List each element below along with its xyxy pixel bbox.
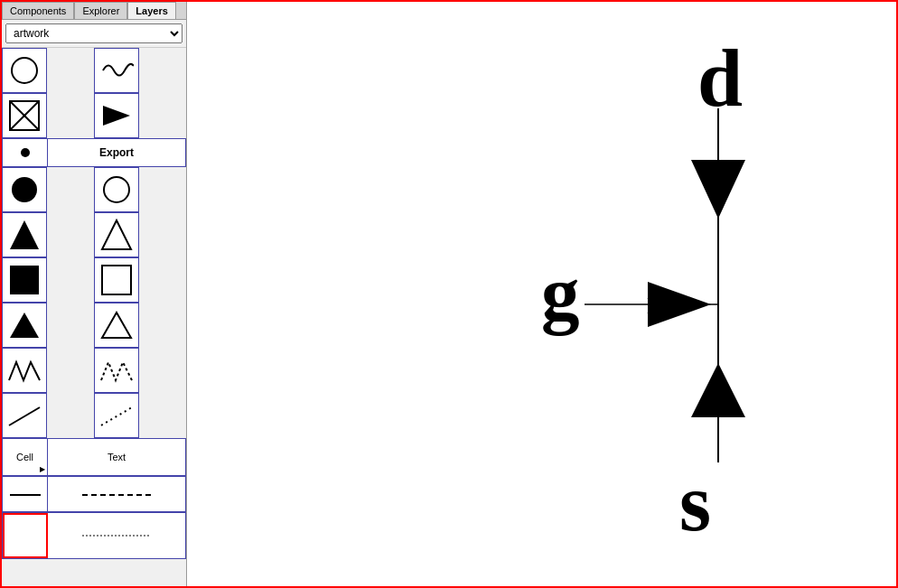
shape-cross-box[interactable] <box>2 93 47 138</box>
shape-outline-triangle2[interactable] <box>94 303 139 348</box>
label-g: g <box>541 251 580 336</box>
shape-zigzag-dashed[interactable] <box>94 348 139 393</box>
shape-filled-triangle[interactable] <box>2 212 47 257</box>
shape-filled-arrow[interactable] <box>94 93 139 138</box>
tabs-bar: Components Explorer Layers <box>2 2 186 20</box>
export-row: Export <box>2 138 186 167</box>
svg-marker-4 <box>103 106 130 126</box>
tab-components[interactable]: Components <box>2 2 74 19</box>
shapes-row-1 <box>2 48 186 93</box>
shapes-row-7 <box>2 348 186 393</box>
shape-line-dotted[interactable] <box>94 393 139 438</box>
left-panel: Components Explorer Layers artwork <box>2 2 187 586</box>
svg-marker-13 <box>102 313 131 338</box>
dropdown-row: artwork <box>2 20 186 48</box>
bottom-cells <box>2 512 186 559</box>
svg-rect-11 <box>102 266 131 294</box>
line-row-1 <box>2 476 186 512</box>
svg-line-15 <box>101 407 132 425</box>
shapes-row-5 <box>2 257 186 303</box>
app-container: Components Explorer Layers artwork <box>2 2 896 586</box>
export-button[interactable]: Export <box>48 139 185 166</box>
shape-filled-square[interactable] <box>2 257 47 303</box>
svg-marker-23 <box>648 282 711 327</box>
label-s: s <box>679 458 711 535</box>
shapes-row-2 <box>2 93 186 138</box>
svg-rect-10 <box>10 266 39 294</box>
svg-marker-9 <box>102 220 131 249</box>
svg-marker-20 <box>691 160 745 219</box>
svg-marker-8 <box>10 220 39 249</box>
canvas-area: d g s <box>187 2 896 586</box>
cell-button[interactable]: Cell ▶ <box>3 439 48 475</box>
svg-marker-21 <box>691 363 745 417</box>
cell-text-row: Cell ▶ Text <box>2 438 186 476</box>
shapes-row-3 <box>2 167 186 212</box>
shape-line-h-solid[interactable] <box>3 477 48 513</box>
tab-layers[interactable]: Layers <box>127 2 175 19</box>
shape-filled-triangle2[interactable] <box>2 303 47 348</box>
shape-dotted-line[interactable] <box>48 513 185 558</box>
tab-explorer[interactable]: Explorer <box>74 2 127 19</box>
shape-outline-triangle[interactable] <box>94 212 139 257</box>
shapes-area: Export <box>2 48 186 586</box>
circuit-symbol: d g s <box>494 29 856 535</box>
artwork-dropdown[interactable]: artwork <box>5 23 182 43</box>
shape-circle-outline[interactable] <box>2 48 47 93</box>
shape-line-h-dashed[interactable] <box>48 477 185 513</box>
cell-arrow-icon: ▶ <box>40 465 45 473</box>
shape-zigzag-solid[interactable] <box>2 348 47 393</box>
svg-point-5 <box>21 148 30 157</box>
shapes-row-8 <box>2 393 186 438</box>
shapes-row-6 <box>2 303 186 348</box>
label-d: d <box>697 33 743 123</box>
svg-point-6 <box>12 177 37 202</box>
svg-line-14 <box>9 407 40 425</box>
shape-wave[interactable] <box>94 48 139 93</box>
shape-empty-circle[interactable] <box>94 167 139 212</box>
svg-point-7 <box>104 177 129 202</box>
shapes-row-4 <box>2 212 186 257</box>
export-dot <box>3 139 48 166</box>
svg-point-0 <box>12 58 37 83</box>
shape-red-outline[interactable] <box>3 513 48 558</box>
text-button[interactable]: Text <box>48 439 185 475</box>
svg-marker-12 <box>10 313 39 338</box>
shape-line-solid[interactable] <box>2 393 47 438</box>
shape-outline-square[interactable] <box>94 257 139 303</box>
shape-filled-circle[interactable] <box>2 167 47 212</box>
